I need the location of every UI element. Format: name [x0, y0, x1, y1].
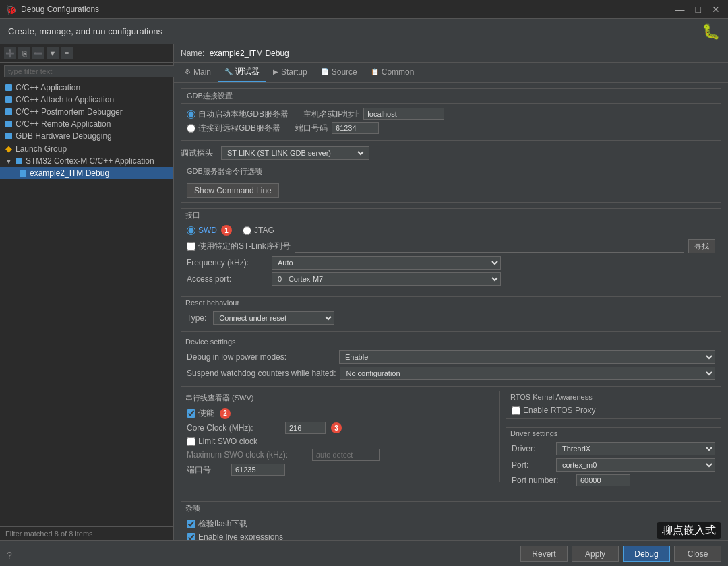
duplicate-button[interactable]: ⎘ [18, 47, 30, 59]
main-tab-icon: ⚙ [185, 68, 191, 75]
serial-checkbox[interactable]: 使用特定的ST-Link序列号 [187, 241, 291, 252]
swv-enable-checkbox[interactable]: 使能 [187, 408, 214, 419]
low-power-select[interactable]: Enable [339, 350, 715, 364]
app-icon: 🐞 [5, 4, 17, 15]
debug-button[interactable]: Debug [623, 546, 670, 562]
right-panel: Name: example2_ITM Debug ⚙ Main 🔧 调试器 ▶ … [174, 44, 728, 540]
gdb-server-cmd-body: Show Command Line [181, 179, 721, 202]
expand-icon: ▼ [5, 158, 12, 165]
revert-button[interactable]: Revert [520, 546, 568, 562]
reset-header: Reset behaviour [181, 297, 721, 308]
swd-radio[interactable]: SWD 1 [187, 225, 232, 236]
core-clock-label: Core Clock (MHz): [187, 423, 281, 433]
radio-auto-start[interactable]: 自动启动本地GDB服务器 [187, 108, 289, 120]
tab-source[interactable]: 📄 Source [314, 64, 364, 82]
apply-button[interactable]: Apply [572, 546, 619, 562]
remote-label: 连接到远程GDB服务器 [198, 123, 280, 134]
tab-debug[interactable]: 🔧 调试器 [218, 63, 266, 82]
minimize-button[interactable]: — [673, 4, 688, 15]
sidebar-item-gdb-hardware[interactable]: GDB Hardware Debugging [0, 130, 173, 142]
radio-remote-input[interactable] [187, 124, 195, 133]
sidebar-toolbar: ➕ ⎘ ➖ ▼ ≡ [0, 44, 173, 63]
config-body: GDB连接设置 自动启动本地GDB服务器 主机名或IP地址 [174, 83, 728, 540]
rtos-proxy-checkbox[interactable]: Enable RTOS Proxy [512, 406, 715, 415]
port-number-input[interactable] [576, 474, 630, 486]
swd-radio-input[interactable] [187, 226, 195, 235]
sidebar-item-example2[interactable]: example2_ITM Debug [0, 167, 173, 179]
serial-label: 使用特定的ST-Link序列号 [198, 241, 291, 252]
max-swo-input[interactable] [312, 449, 380, 461]
rtos-body: Enable RTOS Proxy [506, 402, 721, 418]
sidebar-item-label: C/C++ Remote Application [16, 119, 111, 129]
live-expr-row: Enable live expressions [187, 532, 715, 540]
filter-button[interactable]: ≡ [61, 47, 73, 59]
sidebar-item-label: STM32 Cortex-M C/C++ Application [26, 156, 154, 166]
tab-startup[interactable]: ▶ Startup [266, 64, 314, 82]
misc-section: 杂项 检验flash下载 Enable live expressions [181, 501, 721, 540]
filter-status: Filter matched 8 of 8 items [5, 530, 93, 538]
close-bottom-button[interactable]: Close [674, 546, 721, 562]
live-expr-input[interactable] [187, 533, 195, 541]
title-bar-text: Debug Configurations [21, 5, 99, 14]
driver-port-select[interactable]: cortex_m0 [556, 458, 715, 472]
serial-browse-button[interactable]: 寻找 [688, 239, 715, 253]
verify-flash-checkbox[interactable]: 检验flash下载 [187, 518, 247, 530]
core-clock-input[interactable] [285, 422, 326, 434]
source-tab-icon: 📄 [321, 68, 329, 75]
verify-flash-input[interactable] [187, 520, 195, 528]
frequency-row: Frequency (kHz): Auto [187, 256, 715, 270]
collapse-button[interactable]: ▼ [47, 47, 59, 59]
driver-section: Driver settings Driver: ThreadX Port: [506, 427, 721, 493]
interface-header: 接口 [181, 209, 721, 222]
jtag-radio-input[interactable] [243, 226, 251, 235]
sidebar-item-launch-group[interactable]: ◆ Launch Group [0, 142, 173, 155]
tab-debug-label: 调试器 [235, 66, 260, 77]
jtag-label: JTAG [254, 226, 274, 235]
help-icon[interactable]: ? [7, 550, 12, 561]
reset-type-select[interactable]: Connect under reset [213, 311, 334, 325]
swd-label: SWD [198, 226, 217, 235]
delete-button[interactable]: ➖ [32, 47, 44, 59]
filter-input[interactable] [4, 65, 177, 77]
show-command-line-button[interactable]: Show Command Line [187, 183, 279, 198]
serial-checkbox-input[interactable] [187, 242, 195, 251]
maximize-button[interactable]: □ [693, 4, 704, 15]
sidebar-item-stm32[interactable]: ▼ STM32 Cortex-M C/C++ Application [0, 155, 173, 167]
radio-auto-input[interactable] [187, 110, 195, 119]
tab-source-label: Source [332, 67, 357, 77]
watchdog-select[interactable]: No configuration [340, 367, 715, 380]
gdb-connection-section: GDB连接设置 自动启动本地GDB服务器 主机名或IP地址 [181, 88, 721, 141]
rtos-proxy-label: Enable RTOS Proxy [523, 406, 596, 415]
sidebar-item-cpp-attach[interactable]: C/C++ Attach to Application [0, 94, 173, 106]
frequency-select[interactable]: Auto [272, 256, 501, 270]
sidebar-item-label: C/C++ Attach to Application [16, 95, 114, 104]
tab-main[interactable]: ⚙ Main [178, 64, 218, 82]
swv-enable-row: 使能 2 [187, 408, 494, 419]
sidebar-item-cpp-postmortem[interactable]: C/C++ Postmortem Debugger [0, 106, 173, 118]
sidebar-item-cpp-remote[interactable]: C/C++ Remote Application [0, 118, 173, 130]
swv-port-input[interactable] [231, 464, 285, 476]
limit-swo-input[interactable] [187, 437, 195, 446]
debug-probe-dropdown[interactable]: ST-LINK (ST-LINK GDB server) [221, 146, 369, 160]
tab-common[interactable]: 📋 Common [364, 64, 421, 82]
rtos-proxy-input[interactable] [512, 406, 520, 415]
sidebar-item-cpp-app[interactable]: C/C++ Application [0, 82, 173, 94]
radio-remote[interactable]: 连接到远程GDB服务器 [187, 123, 280, 134]
jtag-radio[interactable]: JTAG [243, 226, 274, 235]
live-expr-checkbox[interactable]: Enable live expressions [187, 532, 283, 540]
driver-select[interactable]: ThreadX [556, 442, 715, 455]
reset-section: Reset behaviour Type: Connect under rese… [181, 296, 721, 332]
max-swo-row: Maximum SWO clock (kHz): [187, 449, 494, 461]
access-port-select[interactable]: 0 - Cortex-M7 [272, 272, 501, 286]
serial-value-input[interactable] [295, 241, 684, 253]
swv-enable-input[interactable] [187, 409, 195, 418]
debug-probe-select[interactable]: ST-LINK (ST-LINK GDB server) [224, 148, 366, 158]
hostname-input[interactable] [363, 108, 444, 120]
interface-section: 接口 SWD 1 JTAG [181, 208, 721, 292]
gdb-server-cmd-section: GDB服务器命令行选项 Show Command Line [181, 164, 721, 203]
gdb-connection-label: GDB连接设置 [187, 92, 233, 100]
port-input[interactable] [332, 122, 379, 134]
close-button[interactable]: ✕ [709, 4, 723, 15]
new-config-button[interactable]: ➕ [4, 47, 16, 59]
limit-swo-checkbox[interactable]: Limit SWO clock [187, 437, 257, 446]
